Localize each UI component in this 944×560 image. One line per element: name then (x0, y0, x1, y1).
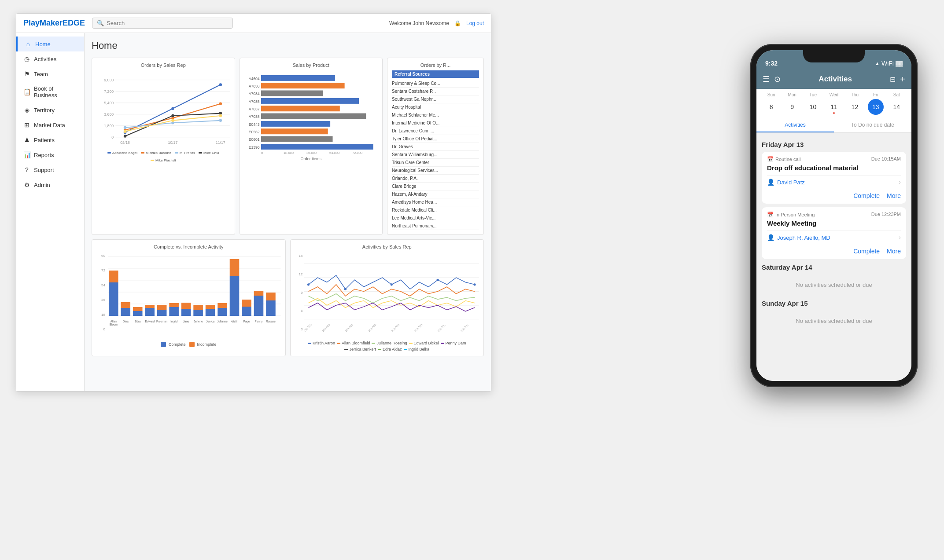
svg-text:Allan: Allan (111, 320, 117, 323)
svg-text:Julianne: Julianne (217, 320, 228, 323)
no-activity-sunday: No activities scheduled or due (762, 311, 906, 331)
complete-button[interactable]: Complete (853, 192, 880, 199)
iphone-screen: 9:32 ▲ WiFi ▓▓ ☰ ⊙ Activities ⊟ + Sun M (756, 50, 911, 381)
svg-point-112 (436, 279, 439, 281)
svg-text:3,600: 3,600 (104, 112, 114, 117)
svg-text:A4604: A4604 (248, 77, 259, 81)
activity-type: 📅 Routine call (767, 156, 800, 162)
person-icon: 👤 (767, 179, 774, 186)
sidebar-item-patients[interactable]: ♟ Patients (16, 132, 84, 147)
svg-point-110 (344, 288, 346, 290)
complete-button[interactable]: Complete (853, 248, 880, 255)
activity-actions: Complete More (767, 192, 901, 199)
svg-rect-39 (261, 106, 339, 111)
svg-rect-45 (261, 128, 328, 134)
add-icon[interactable]: + (900, 74, 905, 84)
filter-icon[interactable]: ⊟ (890, 75, 896, 84)
sidebar-item-activities[interactable]: ◷ Activities (16, 51, 84, 66)
iphone-frame: 9:32 ▲ WiFi ▓▓ ☰ ⊙ Activities ⊟ + Sun M (750, 44, 918, 387)
svg-rect-78 (169, 303, 179, 307)
cal-day-today[interactable]: 13 (868, 99, 884, 115)
menu-icon[interactable]: ☰ (763, 74, 770, 84)
svg-text:E0601: E0601 (248, 137, 259, 142)
svg-point-25 (171, 114, 174, 117)
sidebar-item-reports[interactable]: 📊 Reports (16, 147, 84, 162)
chart-legend: Kristin Aaron Allan Bloomfield Julianne … (295, 341, 479, 351)
svg-text:Jerlene: Jerlene (194, 320, 203, 323)
date-header-friday: Friday Apr 13 (762, 141, 906, 148)
cal-day[interactable]: 8 (763, 99, 779, 115)
app-body: ⌂ Home ◷ Activities ⚑ Team 📋 Book of Bus… (16, 33, 491, 391)
sidebar-item-book-of-business[interactable]: 📋 Book of Business (16, 81, 84, 102)
admin-icon: ⚙ (23, 181, 30, 188)
chart-title: Complete vs. Incomplete Activity (96, 244, 281, 249)
svg-point-21 (124, 126, 127, 129)
svg-rect-99 (254, 291, 264, 296)
logout-link[interactable]: Log out (466, 20, 484, 26)
record-icon[interactable]: ⊙ (774, 74, 781, 84)
svg-text:A7037: A7037 (248, 107, 259, 111)
svg-text:Dina: Dina (123, 320, 129, 323)
svg-text:Penny: Penny (254, 320, 263, 323)
sidebar-item-support[interactable]: ? Support (16, 162, 84, 177)
app-header: PlayMakerEDGE 🔍 Welcome John Newsome 🔒 L… (16, 14, 491, 33)
sidebar-item-home[interactable]: ⌂ Home (16, 37, 84, 51)
home-icon: ⌂ (25, 40, 32, 48)
svg-rect-77 (169, 307, 179, 316)
chart-legend: Complete Incomplete (96, 342, 281, 347)
tab-activities[interactable]: Activities (756, 118, 834, 132)
sidebar-item-label: Patients (34, 137, 55, 143)
svg-text:A7034: A7034 (248, 92, 259, 96)
sidebar-item-territory[interactable]: ◈ Territory (16, 102, 84, 117)
activity-due: Due 12:23PM (871, 212, 901, 218)
svg-point-28 (171, 119, 174, 122)
tab-todo[interactable]: To Do no due date (834, 118, 911, 132)
svg-text:A7035: A7035 (248, 99, 259, 104)
more-button[interactable]: More (887, 192, 901, 199)
svg-rect-35 (261, 91, 323, 96)
cal-day[interactable]: 11 (826, 99, 842, 115)
main-content: Home Orders by Sales Rep 9,00 (85, 33, 491, 391)
svg-rect-66 (121, 302, 130, 308)
line-chart-svg: 9,000 7,200 5,400 3,600 1,800 0 02/18 10… (96, 70, 230, 146)
svg-point-24 (124, 135, 127, 138)
chart-title: Orders by R... (392, 62, 479, 68)
svg-text:2017/09: 2017/09 (304, 323, 313, 332)
search-bar[interactable]: 🔍 (92, 18, 233, 29)
cal-day[interactable]: 12 (847, 99, 863, 115)
no-activity-saturday: No activities scheduled or due (762, 275, 906, 295)
date-header-saturday: Saturday Apr 14 (762, 264, 906, 271)
book-icon: 📋 (23, 88, 30, 95)
sidebar-item-market-data[interactable]: ⊞ Market Data (16, 117, 84, 132)
svg-rect-96 (242, 300, 251, 307)
sidebar-item-team[interactable]: ⚑ Team (16, 66, 84, 81)
ios-tabs: Activities To Do no due date (756, 118, 911, 133)
svg-text:7,200: 7,200 (104, 89, 114, 94)
svg-point-16 (171, 107, 174, 110)
territory-icon: ◈ (23, 106, 30, 113)
cal-day[interactable]: 14 (889, 99, 904, 115)
team-icon: ⚑ (23, 70, 30, 77)
chart-title: Activities by Sales Rep (295, 244, 479, 249)
day-name: Mon (784, 92, 800, 97)
cal-day[interactable]: 10 (805, 99, 821, 115)
svg-rect-101 (266, 300, 276, 316)
cal-day[interactable]: 9 (784, 99, 800, 115)
activities-by-sales-rep-chart: Activities by Sales Rep 1512963 (290, 239, 484, 356)
header-right: Welcome John Newsome 🔒 Log out (389, 20, 484, 26)
more-button[interactable]: More (887, 248, 901, 255)
orders-by-sales-rep-chart: Orders by Sales Rep 9,000 7,200 5,400 (92, 58, 235, 235)
svg-rect-90 (218, 303, 227, 308)
activity-person[interactable]: 👤 David Patz › (767, 175, 901, 189)
sidebar-item-admin[interactable]: ⚙ Admin (16, 177, 84, 192)
sidebar-item-label: Home (35, 41, 51, 48)
svg-rect-87 (206, 305, 215, 309)
search-input[interactable] (107, 20, 228, 26)
day-name: Fri (868, 92, 884, 97)
sidebar-item-label: Support (34, 167, 54, 173)
activity-person[interactable]: 👤 Joseph R. Aiello, MD › (767, 231, 901, 244)
svg-text:11/17: 11/17 (216, 140, 225, 145)
svg-text:Bloom: Bloom (110, 323, 118, 326)
svg-text:0: 0 (261, 151, 262, 154)
sidebar: ⌂ Home ◷ Activities ⚑ Team 📋 Book of Bus… (16, 33, 85, 391)
